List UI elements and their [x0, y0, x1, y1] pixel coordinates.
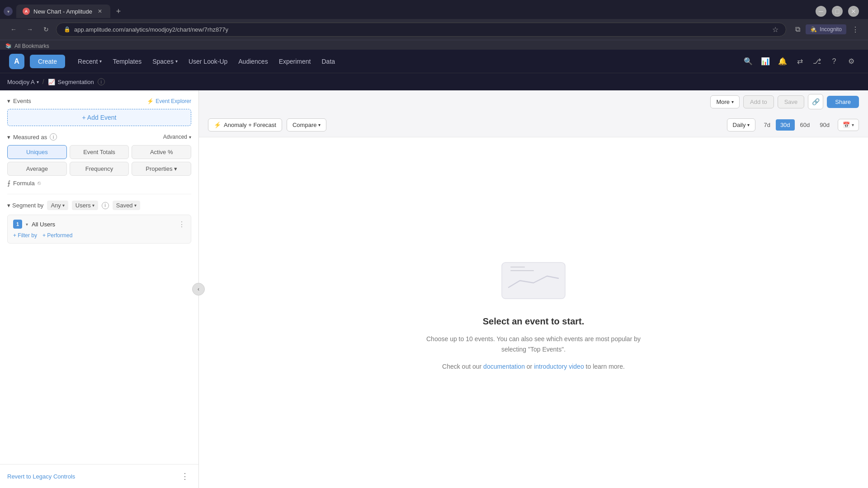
window-minimize[interactable]: ─: [816, 6, 826, 17]
forward-btn[interactable]: →: [24, 23, 36, 36]
compare-label: Compare: [292, 122, 316, 128]
segment-saved-text: Saved: [116, 202, 133, 209]
segment-section: ▾ Segment by Any ▾ Users ▾ i: [7, 194, 191, 244]
pill-frequency[interactable]: Frequency: [70, 162, 129, 176]
back-btn[interactable]: ←: [7, 23, 20, 36]
performed-btn[interactable]: + Performed: [42, 232, 72, 239]
nav-audiences[interactable]: Audiences: [233, 55, 273, 68]
pill-properties[interactable]: Properties ▾: [132, 162, 191, 176]
settings-icon-btn[interactable]: ⚙: [844, 54, 859, 69]
segment-row-chevron-icon: ▾: [26, 222, 28, 227]
more-options-btn[interactable]: ⋮: [179, 470, 191, 483]
help-icon-btn[interactable]: ?: [826, 54, 842, 69]
empty-state-links: Check out our documentation or introduct…: [442, 361, 625, 371]
share-link-btn[interactable]: 🔗: [808, 94, 823, 109]
add-to-btn[interactable]: Add to: [743, 95, 774, 108]
bell-icon-btn[interactable]: 🔔: [775, 54, 790, 69]
chart-icon-btn[interactable]: 📊: [758, 54, 773, 69]
nav-recent[interactable]: Recent ▾: [72, 55, 107, 68]
chart-empty-state: Select an event to start. Choose up to 1…: [199, 137, 868, 488]
nav-data[interactable]: Data: [316, 55, 340, 68]
pill-average[interactable]: Average: [7, 162, 67, 176]
advanced-chevron-icon: ▾: [189, 135, 191, 140]
chart-type-indicator: 📈 Segmentation: [48, 79, 94, 85]
link-icon: 🔗: [812, 98, 820, 105]
workspace-separator: /: [42, 78, 44, 85]
active-tab[interactable]: A New Chart - Amplitude ✕: [16, 5, 110, 18]
time-7d-btn[interactable]: 7d: [759, 119, 774, 131]
events-chevron-icon: ▾: [7, 98, 10, 104]
extensions-icon[interactable]: ⧉: [793, 23, 802, 35]
formula-icon: ⨍: [7, 179, 10, 187]
documentation-link[interactable]: documentation: [483, 363, 525, 370]
branch-icon-btn[interactable]: ⎇: [809, 54, 825, 69]
compare-btn[interactable]: Compare ▾: [287, 118, 326, 131]
search-icon-btn[interactable]: 🔍: [741, 54, 756, 69]
nav-spaces[interactable]: Spaces ▾: [147, 55, 183, 68]
workspace-chevron-icon: ▾: [37, 80, 39, 84]
tab-dropdown-btn[interactable]: ▾: [4, 7, 13, 16]
advanced-btn[interactable]: Advanced ▾: [163, 134, 191, 140]
collapse-panel-btn[interactable]: ‹: [192, 283, 205, 296]
advanced-label: Advanced: [163, 134, 187, 140]
saved-chevron-icon: ▾: [134, 203, 137, 208]
formula-row[interactable]: ⨍ Formula ⎋: [7, 179, 191, 187]
time-range-pills: 7d 30d 60d 90d: [759, 119, 834, 131]
more-btn[interactable]: More ▾: [710, 95, 740, 108]
anomaly-forecast-btn[interactable]: ⚡ Anomaly + Forecast: [208, 118, 282, 131]
exchange-icon-btn[interactable]: ⇄: [792, 54, 807, 69]
window-maximize[interactable]: □: [832, 6, 843, 17]
save-btn[interactable]: Save: [778, 95, 805, 108]
spaces-chevron-icon: ▾: [175, 59, 178, 64]
nav-experiment[interactable]: Experiment: [274, 55, 316, 68]
suffix-text: to learn more.: [584, 363, 625, 370]
pill-active-pct[interactable]: Active %: [132, 145, 191, 159]
anomaly-icon: ⚡: [214, 122, 221, 128]
share-btn[interactable]: Share: [827, 96, 859, 108]
segment-any-dropdown[interactable]: Any ▾: [47, 201, 68, 210]
segment-more-icon[interactable]: ⋮: [178, 220, 185, 229]
workspace-selector[interactable]: Moodjoy A ▾: [7, 79, 39, 85]
nav-user-lookup[interactable]: User Look-Up: [183, 55, 233, 68]
events-title-text: Events: [13, 98, 31, 104]
event-explorer-btn[interactable]: ⚡ Event Explorer: [147, 98, 191, 104]
measured-title-text: Measured as: [13, 134, 47, 141]
pill-uniques[interactable]: Uniques: [7, 145, 67, 159]
or-text: or: [525, 363, 534, 370]
add-event-btn[interactable]: + Add Event: [7, 109, 191, 126]
time-60d-btn[interactable]: 60d: [796, 119, 815, 131]
revert-btn[interactable]: Revert to Legacy Controls: [7, 473, 75, 480]
segment-title-text: Segment by: [12, 202, 43, 209]
create-btn[interactable]: Create: [30, 55, 65, 68]
refresh-btn[interactable]: ↻: [40, 23, 52, 36]
segment-users-dropdown[interactable]: Users ▾: [72, 201, 98, 210]
formula-link-icon: ⎋: [38, 180, 41, 186]
address-bar[interactable]: 🔒 app.amplitude.com/analytics/moodjoy2/c…: [56, 23, 786, 37]
nav-templates[interactable]: Templates: [107, 55, 147, 68]
chart-type-icon: 📈: [48, 79, 55, 85]
svg-rect-0: [502, 263, 565, 299]
segment-info-icon[interactable]: i: [102, 202, 109, 209]
window-close[interactable]: ✕: [848, 6, 859, 17]
menu-icon[interactable]: ⋮: [850, 23, 861, 36]
daily-chevron-icon: ▾: [747, 122, 750, 127]
tab-favicon: A: [23, 8, 30, 15]
segment-saved-dropdown[interactable]: Saved ▾: [113, 201, 140, 210]
time-90d-btn[interactable]: 90d: [815, 119, 834, 131]
intro-video-link[interactable]: introductory video: [534, 363, 584, 370]
new-tab-btn[interactable]: +: [112, 5, 125, 18]
tab-close-btn[interactable]: ✕: [96, 7, 104, 15]
incognito-icon: 🕵: [810, 26, 817, 33]
pill-event-totals[interactable]: Event Totals: [70, 145, 129, 159]
chart-type-info-icon[interactable]: i: [98, 78, 105, 85]
segment-title: ▾ Segment by: [7, 202, 43, 209]
bookmark-icon[interactable]: ☆: [772, 25, 778, 34]
more-chevron-icon: ▾: [731, 99, 734, 104]
calendar-chevron-icon: ▾: [852, 122, 854, 127]
calendar-btn[interactable]: 📅 ▾: [838, 119, 859, 131]
daily-dropdown-btn[interactable]: Daily ▾: [727, 118, 756, 131]
time-30d-btn[interactable]: 30d: [776, 119, 795, 131]
measured-info-icon[interactable]: i: [50, 133, 57, 141]
segment-name: All Users: [32, 221, 175, 228]
filter-by-btn[interactable]: + Filter by: [13, 232, 37, 239]
